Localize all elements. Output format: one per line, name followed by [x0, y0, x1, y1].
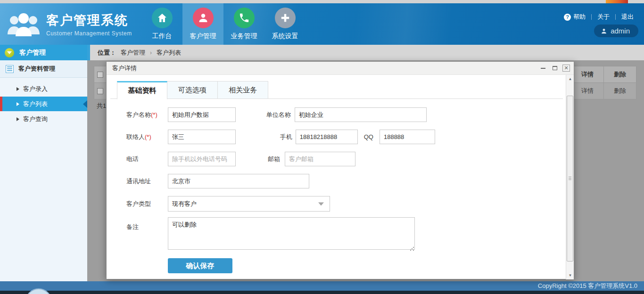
- email-field[interactable]: [285, 152, 355, 166]
- logout-label: 退出: [621, 13, 634, 21]
- help-link[interactable]: ? 帮助: [564, 13, 586, 21]
- bottom-strip: [0, 291, 644, 294]
- app-window: 客户管理系统 Customer Management System 工作台 客户…: [0, 0, 644, 294]
- current-user-name: admin: [611, 27, 630, 35]
- about-link[interactable]: 关于: [597, 13, 610, 21]
- help-label: 帮助: [573, 13, 586, 21]
- chevron-down-icon: [318, 202, 324, 205]
- address-field[interactable]: [168, 174, 309, 188]
- phone-field[interactable]: [168, 152, 236, 166]
- tab-basic-info[interactable]: 基础资料: [117, 81, 167, 99]
- scroll-up-icon[interactable]: ▲: [566, 75, 574, 83]
- nav-item-workbench[interactable]: 工作台: [141, 3, 182, 45]
- people-logo-icon: [6, 10, 42, 38]
- browser-edge-strip: [0, 0, 644, 3]
- sidebar-item-label: 客户查询: [23, 115, 48, 123]
- maximize-icon[interactable]: [551, 65, 559, 72]
- collapse-circle-icon: [5, 48, 14, 57]
- nav-item-label: 客户管理: [190, 32, 216, 41]
- row-delete-link[interactable]: 删除: [603, 83, 636, 99]
- scrollbar-thumb[interactable]: [567, 96, 573, 261]
- sidebar-menu-title: 客户管理: [19, 49, 46, 57]
- nav-item-label: 工作台: [152, 32, 172, 41]
- nav-item-label: 业务管理: [231, 32, 257, 41]
- customer-type-select[interactable]: 现有客户: [168, 196, 330, 212]
- breadcrumb-separator: ›: [150, 49, 152, 56]
- customer-name-field[interactable]: [168, 107, 236, 122]
- sidebar-section-customer-data[interactable]: 客户资料管理: [0, 60, 87, 78]
- scroll-down-icon[interactable]: ▼: [566, 271, 574, 279]
- close-icon[interactable]: ✕: [562, 65, 570, 72]
- current-user-button[interactable]: admin: [594, 24, 638, 37]
- logout-link[interactable]: 退出: [621, 13, 634, 21]
- breadcrumb: 位置： 客户管理 › 客户列表: [87, 45, 644, 60]
- main-nav: 工作台 客户管理 业务管理 系统设置: [141, 3, 305, 45]
- app-title: 客户管理系统: [46, 12, 132, 29]
- dialog-title: 客户详情: [112, 64, 137, 73]
- sidebar-item-label: 客户列表: [23, 100, 48, 108]
- contact-label: 联络人(*): [126, 133, 151, 141]
- nav-item-business[interactable]: 业务管理: [223, 3, 264, 45]
- row-detail-link[interactable]: 详情: [571, 83, 603, 99]
- app-header: 客户管理系统 Customer Management System 工作台 客户…: [0, 3, 644, 45]
- customer-type-value: 现有客户: [172, 200, 197, 208]
- company-name-field[interactable]: [295, 107, 427, 122]
- minimize-icon[interactable]: [539, 65, 547, 72]
- about-label: 关于: [597, 13, 610, 21]
- home-icon: [152, 8, 173, 28]
- breadcrumb-prefix: 位置：: [98, 49, 116, 57]
- confirm-save-button[interactable]: 确认保存: [168, 258, 232, 273]
- row-checkbox[interactable]: [97, 88, 103, 94]
- header-links: ? 帮助 关于 退出: [564, 13, 634, 21]
- resize-grip-icon[interactable]: [410, 246, 414, 251]
- address-label: 通讯地址: [126, 177, 151, 186]
- phone-label: 电话: [126, 155, 139, 163]
- user-small-icon: [601, 28, 607, 34]
- breadcrumb-link-customers[interactable]: 客户管理: [121, 49, 145, 57]
- remark-label: 备注: [126, 223, 139, 231]
- mobile-label: 手机: [280, 133, 292, 141]
- tab-related-business[interactable]: 相关业务: [218, 81, 268, 99]
- app-logo: 客户管理系统 Customer Management System: [6, 10, 132, 38]
- nav-item-label: 系统设置: [272, 32, 298, 41]
- list-icon: [6, 65, 14, 73]
- user-icon: [193, 8, 214, 28]
- question-icon: ?: [564, 14, 571, 21]
- sidebar-item-label: 客户录入: [23, 85, 48, 93]
- customer-type-label: 客户类型: [126, 200, 151, 208]
- active-notch-icon: [83, 100, 87, 108]
- dialog-tabs: 基础资料 可选选项 相关业务: [110, 81, 563, 99]
- column-header-delete: 删除: [603, 66, 636, 82]
- dialog-titlebar[interactable]: 客户详情 ✕: [107, 62, 574, 75]
- plus-icon: [275, 8, 296, 28]
- triangle-bullet-icon: [17, 102, 19, 106]
- footer: CopyRight ©2015 客户管理系统V1.0: [0, 281, 644, 291]
- mobile-field[interactable]: [296, 130, 358, 144]
- column-header-detail: 详情: [571, 66, 603, 82]
- sidebar-item-customer-entry[interactable]: 客户录入: [0, 82, 87, 96]
- phone-icon: [234, 8, 255, 28]
- customer-name-label: 客户名称(*): [126, 111, 157, 119]
- dialog-scrollbar[interactable]: ▲ ▼: [566, 75, 574, 279]
- company-name-label: 单位名称: [266, 111, 291, 119]
- contact-field[interactable]: [168, 130, 236, 144]
- customer-detail-dialog: 客户详情 ✕ ▲ ▼ 基础资料 可选选项 相关业务 客户名称(*) 单位名称: [106, 61, 574, 279]
- email-label: 邮箱: [268, 155, 280, 163]
- active-indicator-bar: [0, 97, 2, 111]
- tab-optional-items[interactable]: 可选选项: [167, 81, 218, 99]
- qq-field[interactable]: [380, 130, 435, 144]
- breadcrumb-current: 客户列表: [157, 49, 181, 57]
- breadcrumb-accent-bar: [87, 45, 90, 60]
- select-all-checkbox[interactable]: [97, 72, 103, 78]
- sidebar-item-customer-list[interactable]: 客户列表: [0, 97, 87, 111]
- nav-item-customers[interactable]: 客户管理: [182, 3, 223, 45]
- remark-field[interactable]: 可以删除: [168, 217, 415, 250]
- triangle-bullet-icon: [17, 87, 19, 91]
- sidebar: 客户管理 客户资料管理 客户录入 客户列表 客户查询: [0, 45, 87, 281]
- triangle-bullet-icon: [17, 117, 19, 121]
- copyright-text: CopyRight ©2015 客户管理系统V1.0: [538, 282, 637, 290]
- sidebar-menu-header[interactable]: 客户管理: [0, 45, 87, 60]
- nav-item-settings[interactable]: 系统设置: [264, 3, 305, 45]
- app-subtitle: Customer Management System: [46, 30, 132, 37]
- sidebar-item-customer-query[interactable]: 客户查询: [0, 112, 87, 126]
